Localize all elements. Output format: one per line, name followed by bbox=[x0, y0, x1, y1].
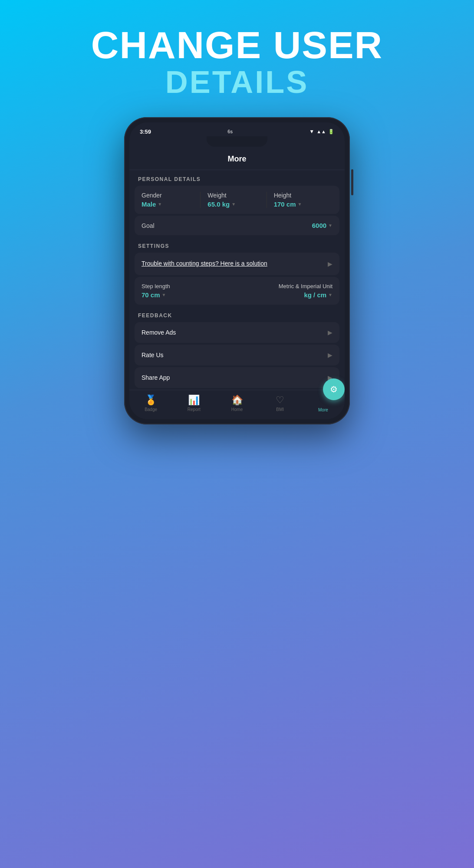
bmi-label: BMI bbox=[276, 407, 284, 412]
weight-dropdown-arrow: ▼ bbox=[231, 202, 236, 207]
badge-label: Badge bbox=[145, 407, 157, 412]
rate-us-chevron: ▶ bbox=[328, 352, 332, 358]
step-length-label: Step length bbox=[142, 283, 170, 289]
step-length-value[interactable]: 70 cm ▼ bbox=[142, 291, 170, 299]
weight-value[interactable]: 65.0 kg ▼ bbox=[207, 201, 266, 208]
height-label: Height bbox=[274, 192, 332, 199]
wifi-icon: ▼ bbox=[309, 128, 314, 135]
status-time: 3:59 bbox=[140, 128, 151, 135]
battery-icon: 🔋 bbox=[328, 129, 334, 135]
signal-icon: ▲▲ bbox=[316, 129, 326, 134]
bottom-nav: 🏅 Badge 📊 Report 🏠 Home ♡ BMI ⚙ bbox=[129, 390, 345, 419]
trouble-steps-item[interactable]: Trouble with counting steps? Here is a s… bbox=[135, 253, 339, 275]
unit-value[interactable]: kg / cm ▼ bbox=[279, 291, 332, 299]
unit-label: Metric & Imperial Unit bbox=[279, 283, 332, 289]
phone-screen: 3:59 6s ▼ ▲▲ 🔋 More PERSONAL DETAILS Gen… bbox=[129, 122, 345, 419]
rate-us-text: Rate Us bbox=[142, 352, 164, 358]
gender-column[interactable]: Gender Male ▼ bbox=[142, 192, 200, 208]
step-unit-row: Step length 70 cm ▼ Metric & Imperial Un… bbox=[142, 283, 332, 299]
report-icon: 📊 bbox=[188, 395, 200, 406]
bmi-icon: ♡ bbox=[276, 395, 284, 406]
goal-card[interactable]: Goal 6000 ▼ bbox=[135, 216, 339, 235]
screen-title: More bbox=[129, 147, 345, 170]
goal-value[interactable]: 6000 ▼ bbox=[312, 222, 332, 229]
header-title-line2: DETAILS bbox=[91, 64, 383, 100]
feedback-section-header: FEEDBACK bbox=[129, 306, 345, 322]
step-length-col[interactable]: Step length 70 cm ▼ bbox=[142, 283, 170, 299]
remove-ads-item[interactable]: Remove Ads ▶ bbox=[135, 322, 339, 343]
step-unit-card: Step length 70 cm ▼ Metric & Imperial Un… bbox=[135, 277, 339, 305]
app-content: More PERSONAL DETAILS Gender Male ▼ Weig… bbox=[129, 147, 345, 419]
unit-col[interactable]: Metric & Imperial Unit kg / cm ▼ bbox=[279, 283, 332, 299]
height-value[interactable]: 170 cm ▼ bbox=[274, 201, 332, 208]
report-label: Report bbox=[188, 407, 201, 412]
more-label: More bbox=[318, 408, 328, 412]
personal-details-section-header: PERSONAL DETAILS bbox=[129, 170, 345, 186]
weight-column[interactable]: Weight 65.0 kg ▼ bbox=[200, 192, 266, 208]
notch bbox=[207, 136, 267, 147]
personal-details-card: Gender Male ▼ Weight 65.0 kg ▼ bbox=[135, 186, 339, 214]
remove-ads-text: Remove Ads bbox=[142, 329, 176, 336]
nav-more[interactable]: ⚙ More bbox=[302, 395, 345, 412]
height-dropdown-arrow: ▼ bbox=[298, 202, 302, 207]
status-icons: ▼ ▲▲ 🔋 bbox=[309, 128, 334, 135]
trouble-steps-text: Trouble with counting steps? Here is a s… bbox=[142, 260, 323, 268]
height-column[interactable]: Height 170 cm ▼ bbox=[267, 192, 332, 208]
rate-us-item[interactable]: Rate Us ▶ bbox=[135, 345, 339, 365]
gear-icon: ⚙ bbox=[330, 384, 338, 395]
home-label: Home bbox=[231, 407, 243, 412]
goal-dropdown-arrow: ▼ bbox=[328, 223, 332, 228]
more-fab[interactable]: ⚙ bbox=[323, 378, 345, 400]
goal-label: Goal bbox=[142, 222, 155, 229]
personal-details-row: Gender Male ▼ Weight 65.0 kg ▼ bbox=[142, 192, 332, 208]
unit-dropdown-arrow: ▼ bbox=[328, 293, 332, 297]
nav-home[interactable]: 🏠 Home bbox=[215, 395, 258, 412]
share-app-item[interactable]: Share App ▶ bbox=[135, 367, 339, 388]
share-app-text: Share App bbox=[142, 374, 170, 381]
home-icon: 🏠 bbox=[231, 395, 243, 406]
settings-section-header: SETTINGS bbox=[129, 237, 345, 253]
weight-label: Weight bbox=[207, 192, 266, 199]
page-header: CHANGE USER DETAILS bbox=[91, 26, 383, 100]
remove-ads-chevron: ▶ bbox=[328, 329, 332, 336]
phone-mockup: 3:59 6s ▼ ▲▲ 🔋 More PERSONAL DETAILS Gen… bbox=[124, 117, 350, 424]
gender-dropdown-arrow: ▼ bbox=[158, 202, 162, 207]
gender-label: Gender bbox=[142, 192, 200, 199]
nav-report[interactable]: 📊 Report bbox=[172, 395, 215, 412]
status-signal: 6s bbox=[151, 129, 309, 134]
nav-bmi[interactable]: ♡ BMI bbox=[259, 395, 302, 412]
badge-icon: 🏅 bbox=[145, 395, 157, 406]
gender-value[interactable]: Male ▼ bbox=[142, 201, 200, 208]
trouble-steps-chevron: ▶ bbox=[328, 260, 332, 267]
nav-badge[interactable]: 🏅 Badge bbox=[129, 395, 172, 412]
step-length-dropdown-arrow: ▼ bbox=[162, 293, 166, 297]
header-title-line1: CHANGE USER bbox=[91, 26, 383, 64]
